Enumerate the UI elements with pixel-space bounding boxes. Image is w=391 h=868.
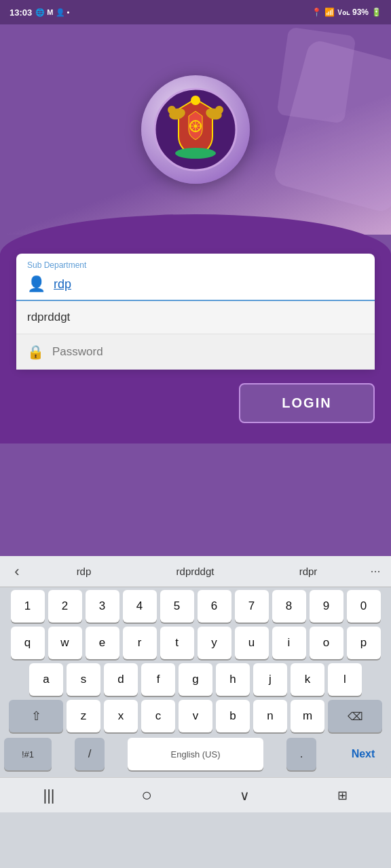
key-f[interactable]: f — [141, 663, 175, 696]
key-n[interactable]: n — [253, 700, 287, 732]
key-h[interactable]: h — [216, 663, 250, 696]
keyboard-bottom-row: !#1 / English (US) . Next — [1, 736, 390, 774]
key-8[interactable]: 8 — [272, 590, 306, 623]
keyboard-rows: 1 2 3 4 5 6 7 8 9 0 q w e r t y u i o p … — [0, 587, 391, 777]
login-button[interactable]: LOGIN — [239, 383, 375, 423]
sub-department-label: Sub Department — [16, 254, 375, 271]
backspace-key[interactable]: ⌫ — [328, 700, 382, 732]
password-input[interactable] — [52, 345, 364, 359]
key-p[interactable]: p — [347, 627, 381, 659]
status-right: 📍 📶 Vᴏʟ 93% 🔋 — [312, 7, 381, 17]
key-0[interactable]: 0 — [347, 590, 381, 623]
key-3[interactable]: 3 — [86, 590, 119, 623]
suggestion-1[interactable]: rdp — [69, 563, 100, 580]
key-c[interactable]: c — [141, 700, 175, 732]
key-s[interactable]: s — [67, 663, 100, 696]
key-w[interactable]: w — [48, 627, 82, 659]
keyboard-back-button[interactable]: ‹ — [0, 556, 34, 587]
government-emblem — [151, 85, 240, 174]
key-u[interactable]: u — [235, 627, 269, 659]
keyboard-suggestions-bar: ‹ rdp rdprddgt rdpr ··· — [0, 556, 391, 587]
signal-icon: Vᴏʟ — [337, 9, 350, 16]
slash-key[interactable]: / — [75, 738, 105, 770]
keyboard-row-asdf: a s d f g h j k l — [1, 663, 390, 696]
key-m[interactable]: m — [291, 700, 324, 732]
svg-point-6 — [175, 148, 216, 159]
keyboard-suggestions-list: rdp rdprddgt rdpr — [34, 563, 360, 580]
key-9[interactable]: 9 — [310, 590, 343, 623]
key-1[interactable]: 1 — [11, 590, 45, 623]
suggestion-row[interactable]: rdprddgt — [16, 301, 375, 334]
time-display: 13:03 — [10, 7, 32, 18]
next-key[interactable]: Next — [339, 738, 387, 770]
location-icon: 📍 — [312, 7, 322, 17]
key-i[interactable]: i — [272, 627, 306, 659]
svg-point-3 — [168, 106, 176, 114]
back-nav-button[interactable]: ||| — [29, 781, 69, 810]
key-l[interactable]: l — [328, 663, 362, 696]
key-g[interactable]: g — [179, 663, 212, 696]
key-j[interactable]: j — [253, 663, 287, 696]
shift-key[interactable]: ⇧ — [9, 700, 63, 732]
key-5[interactable]: 5 — [160, 590, 194, 623]
status-bar: 13:03 🌐 M 👤 • 📍 📶 Vᴏʟ 93% 🔋 — [0, 0, 391, 24]
svg-point-5 — [215, 106, 223, 114]
top-area — [0, 24, 391, 235]
suggestion-text: rdprddgt — [27, 311, 70, 323]
keyboard-row-numbers: 1 2 3 4 5 6 7 8 9 0 — [1, 590, 390, 623]
keyboard-area: ‹ rdp rdprddgt rdpr ··· 1 2 3 4 5 6 7 8 … — [0, 556, 391, 868]
key-z[interactable]: z — [67, 700, 100, 732]
key-a[interactable]: a — [29, 663, 63, 696]
key-2[interactable]: 2 — [48, 590, 82, 623]
status-left: 13:03 🌐 M 👤 • — [10, 7, 69, 18]
key-b[interactable]: b — [216, 700, 250, 732]
keyboard-row-zxcv: ⇧ z x c v b n m ⌫ — [1, 700, 390, 732]
key-o[interactable]: o — [310, 627, 343, 659]
key-7[interactable]: 7 — [235, 590, 269, 623]
main-content: Sub Department 👤 rdprddgt 🔒 LOGIN — [0, 254, 391, 443]
keyboard-nav-button[interactable]: ⊞ — [322, 781, 362, 810]
key-v[interactable]: v — [179, 700, 212, 732]
lock-icon: 🔒 — [27, 344, 44, 360]
key-d[interactable]: d — [104, 663, 138, 696]
recent-nav-button[interactable]: ∨ — [224, 781, 265, 810]
key-t[interactable]: t — [160, 627, 194, 659]
sub-department-input-row: 👤 — [16, 271, 375, 301]
password-input-row: 🔒 — [16, 334, 375, 370]
suggestion-3[interactable]: rdpr — [291, 563, 326, 580]
nav-bar: ||| ○ ∨ ⊞ — [0, 777, 391, 812]
key-k[interactable]: k — [291, 663, 324, 696]
suggestion-2[interactable]: rdprddgt — [168, 563, 223, 580]
connectivity-icons: 🌐 M 👤 • — [35, 8, 69, 17]
symbols-key[interactable]: !#1 — [4, 738, 52, 770]
key-4[interactable]: 4 — [123, 590, 157, 623]
battery-display: 93% — [352, 7, 369, 17]
svg-point-1 — [191, 96, 200, 105]
login-btn-row: LOGIN — [16, 370, 375, 430]
wifi-icon: 📶 — [324, 7, 335, 17]
key-q[interactable]: q — [11, 627, 45, 659]
key-r[interactable]: r — [123, 627, 157, 659]
sub-department-input[interactable] — [54, 277, 364, 292]
battery-icon: 🔋 — [371, 7, 381, 17]
keyboard-more-button[interactable]: ··· — [360, 564, 391, 578]
key-y[interactable]: y — [198, 627, 231, 659]
logo-circle — [141, 75, 250, 184]
home-nav-button[interactable]: ○ — [126, 781, 167, 810]
user-icon: 👤 — [27, 275, 45, 293]
key-x[interactable]: x — [104, 700, 138, 732]
period-key[interactable]: . — [286, 738, 316, 770]
keyboard-row-qwerty: q w e r t y u i o p — [1, 627, 390, 659]
login-card: Sub Department 👤 rdprddgt 🔒 — [16, 254, 375, 370]
key-6[interactable]: 6 — [198, 590, 231, 623]
key-e[interactable]: e — [86, 627, 119, 659]
space-key[interactable]: English (US) — [128, 738, 263, 770]
